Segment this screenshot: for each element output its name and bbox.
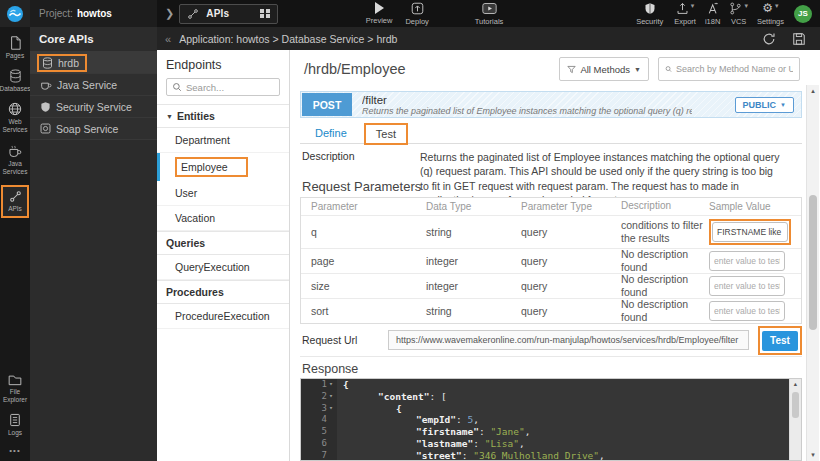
param-type: query [511, 226, 611, 238]
endpoints-title: Endpoints [157, 50, 289, 78]
param-name: q [301, 226, 416, 238]
service-item-java-service[interactable]: Java Service [30, 74, 157, 96]
wavemaker-logo[interactable] [0, 0, 30, 27]
endpoints-search[interactable] [166, 78, 280, 96]
fold-caret-icon[interactable]: ▾ [327, 391, 335, 403]
request-parameters-heading: Request Parameters [302, 179, 421, 194]
fold-caret-icon[interactable]: ▾ [327, 403, 335, 415]
coffee-icon [8, 144, 22, 158]
sample-value-input-sort[interactable] [709, 301, 785, 321]
page-title: /hrdb/Employee [304, 61, 406, 77]
service-item-hrdb[interactable]: hrdb [30, 52, 157, 74]
scroll-up-icon[interactable]: ▴ [807, 87, 819, 95]
service-item-security-service[interactable]: Security Service [30, 96, 157, 118]
method-search[interactable] [658, 57, 800, 81]
column-header: Sample Value [703, 201, 801, 212]
preview-button[interactable]: Preview [366, 2, 393, 25]
code-line: 7 "street": "346 Mulholland Drive", [301, 450, 801, 461]
column-header: Description [611, 200, 703, 213]
save-icon[interactable] [792, 32, 806, 46]
request-url-input[interactable] [388, 330, 749, 350]
queries-section-header[interactable]: Queries [157, 231, 289, 255]
tutorials-label: Tutorials [475, 17, 503, 26]
apis-tab[interactable]: APIs [179, 4, 278, 24]
api-summary: Returns the paginated list of Employee i… [362, 106, 692, 116]
i18n-label: i18N [705, 17, 720, 26]
sidebar-item-web-services[interactable]: Web Services [0, 102, 30, 134]
sidebar-item-pages[interactable]: Pages [0, 36, 30, 60]
service-item-label: Java Service [57, 79, 117, 91]
service-item-soap-service[interactable]: Soap Service [30, 118, 157, 140]
sidebar-item-label: APIs [8, 205, 22, 213]
endpoints-search-input[interactable] [186, 82, 266, 93]
section-label: Procedures [166, 286, 224, 298]
methods-filter-dropdown[interactable]: All Methods ▼ [559, 57, 649, 81]
scroll-down-icon[interactable]: ▾ [807, 451, 819, 459]
deploy-button[interactable]: Deploy [405, 2, 428, 26]
log-file-icon [9, 413, 21, 427]
test-button[interactable]: Test [762, 331, 798, 351]
selected-indicator [157, 153, 160, 181]
more-options-button[interactable]: ••• [9, 446, 20, 455]
tutorials-icon [482, 2, 497, 15]
editor-scrollbar[interactable]: ▴ [789, 379, 801, 460]
endpoint-item-vacation[interactable]: Vacation [157, 206, 289, 231]
tab-test[interactable]: Test [364, 123, 408, 145]
sample-value-input-page[interactable] [709, 251, 785, 271]
code-line: 5 "firstname": "Jane", [301, 426, 801, 438]
deploy-icon [411, 2, 424, 15]
vcs-button[interactable]: ▾ VCS [729, 2, 748, 26]
endpoint-item-user[interactable]: User [157, 181, 289, 206]
globe-icon [8, 102, 22, 116]
sidebar-item-apis[interactable]: APIs [1, 185, 29, 218]
endpoint-item-procedureexecution[interactable]: ProcedureExecution [157, 304, 289, 329]
scroll-up-icon[interactable]: ▴ [790, 379, 801, 389]
entities-section-header[interactable]: ▼ Entities [157, 104, 289, 128]
table-header-row: Parameter Data Type Parameter Type Descr… [301, 198, 801, 215]
application-bar: « Application: howtos > Database Service… [157, 27, 820, 50]
caret-down-icon: ▾ [691, 2, 695, 9]
deploy-label: Deploy [405, 17, 428, 26]
sidebar-item-label: Java Services [0, 160, 30, 176]
content-scrollbar[interactable]: ▴ ▾ [806, 85, 819, 461]
soap-icon [40, 123, 51, 134]
grid-icon[interactable] [260, 9, 270, 19]
sample-value-input-size[interactable] [709, 276, 785, 296]
export-icon [676, 2, 689, 15]
section-label: Queries [166, 237, 205, 249]
tab-define[interactable]: Define [307, 123, 355, 143]
endpoint-item-department[interactable]: Department [157, 128, 289, 153]
visibility-dropdown[interactable]: PUBLIC ▼ [735, 97, 794, 113]
sidebar-item-java-services[interactable]: Java Services [0, 144, 30, 176]
user-avatar[interactable]: JS [794, 5, 812, 23]
tutorials-button[interactable]: Tutorials [475, 2, 503, 26]
settings-button[interactable]: ⚙ ▾ Settings [757, 2, 784, 26]
fold-caret-icon[interactable]: ▾ [327, 379, 335, 391]
shield-icon [40, 101, 51, 113]
param-type: query [511, 280, 611, 292]
sidebar-item-logs[interactable]: Logs [0, 413, 30, 437]
collapse-panel-icon[interactable]: « [165, 33, 171, 45]
export-button[interactable]: ▾ Export [674, 2, 696, 26]
param-type: query [511, 255, 611, 267]
sidebar-item-file-explorer[interactable]: File Explorer [0, 374, 30, 404]
code-line: 1▾ { [301, 379, 801, 391]
search-icon [665, 64, 672, 74]
api-icon [9, 190, 22, 203]
i18n-button[interactable]: i18N [705, 2, 720, 26]
scrollbar-thumb[interactable] [792, 392, 799, 418]
sidebar-item-databases[interactable]: Databases [0, 69, 30, 93]
endpoint-item-employee[interactable]: Employee [157, 153, 289, 181]
shield-icon [644, 2, 656, 15]
api-method-card[interactable]: POST /filter Returns the paginated list … [300, 91, 802, 118]
refresh-icon[interactable] [762, 32, 776, 46]
method-search-input[interactable] [676, 64, 793, 74]
security-button[interactable]: Security [636, 2, 663, 26]
response-code-editor[interactable]: 1▾ { 2▾ "content": [ 3▾ { 4 "empId": 5, … [300, 378, 802, 461]
endpoint-item-queryexecution[interactable]: QueryExecution [157, 255, 289, 280]
sample-value-input-q[interactable] [712, 222, 788, 242]
scrollbar-thumb[interactable] [809, 195, 817, 330]
procedures-section-header[interactable]: Procedures [157, 280, 289, 304]
param-description: No description found [611, 273, 703, 299]
response-heading: Response [302, 362, 358, 376]
